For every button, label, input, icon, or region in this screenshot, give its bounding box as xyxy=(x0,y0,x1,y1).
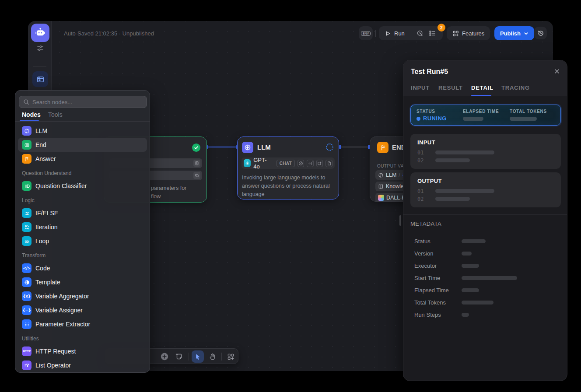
code-icon: </> xyxy=(22,263,32,273)
node-item-answer[interactable]: Answer xyxy=(18,152,147,166)
variable-assigner-icon: {=} xyxy=(22,305,32,315)
node-item-parameter-extractor[interactable]: Parameter Extractor xyxy=(18,317,147,331)
run-button[interactable]: Run xyxy=(379,30,405,37)
node-item-list-operator[interactable]: List Operator xyxy=(18,358,147,372)
output-title: OUTPUT xyxy=(417,178,442,184)
node-item-end[interactable]: End xyxy=(18,138,147,152)
add-note-button[interactable] xyxy=(173,350,185,363)
app-logo[interactable] xyxy=(31,24,49,42)
start-node-description: flow xyxy=(151,192,203,201)
skeleton-bar xyxy=(462,276,517,280)
node-item-label: Parameter Extractor xyxy=(35,321,90,328)
search-icon xyxy=(23,99,29,105)
window-icon xyxy=(36,75,45,84)
end-flag-icon xyxy=(377,142,388,153)
dalle-icon xyxy=(378,195,384,201)
node-item-label: Answer xyxy=(35,155,56,162)
node-item-http-request[interactable]: HTTP HTTP Request xyxy=(18,344,147,358)
llm-node-title: LLM xyxy=(257,144,271,151)
parameter-extractor-icon xyxy=(22,319,32,329)
variable-source: LLM xyxy=(386,172,396,178)
tab-tools[interactable]: Tools xyxy=(48,111,63,118)
tab-result[interactable]: RESULT xyxy=(438,84,463,91)
toolbar-divider xyxy=(189,353,189,360)
output-card: OUTPUT 01 02 xyxy=(410,172,561,207)
node-item-if-else[interactable]: IF/ELSE xyxy=(18,206,147,220)
close-icon[interactable] xyxy=(554,68,560,74)
skeleton-bar xyxy=(435,150,494,154)
tab-input[interactable]: INPUT xyxy=(411,84,430,91)
line-number: 02 xyxy=(417,196,424,202)
node-item-loop[interactable]: ∞ Loop xyxy=(18,234,147,248)
panel-resize-handle[interactable] xyxy=(399,215,401,226)
skeleton-bar xyxy=(462,288,479,292)
workflow-settings-icon[interactable] xyxy=(36,44,45,52)
env-variables-button[interactable]: ENV xyxy=(359,26,373,40)
node-item-llm[interactable]: LLM xyxy=(18,124,147,138)
add-node-button[interactable] xyxy=(158,350,171,363)
tab-nodes[interactable]: Nodes xyxy=(22,111,41,118)
skeleton-bar xyxy=(435,158,470,162)
llm-node[interactable]: LLM ✳ GPT-4o CHAT Invoking large languag… xyxy=(237,136,339,200)
meta-label: Elapsed Time xyxy=(414,287,449,294)
node-item-template[interactable]: Template xyxy=(18,275,147,289)
tabs-border xyxy=(15,121,150,122)
meta-label: Total Tokens xyxy=(414,299,446,306)
input-card: INPUT 01 02 xyxy=(410,134,561,169)
openai-icon: ✳ xyxy=(244,159,251,167)
tab-tracing[interactable]: TRACING xyxy=(501,84,530,91)
http-request-icon: HTTP xyxy=(22,346,32,356)
skeleton-bar xyxy=(510,117,537,121)
node-item-iteration[interactable]: Iteration xyxy=(18,220,147,234)
organize-nodes-button[interactable] xyxy=(224,350,237,363)
node-item-label: Template xyxy=(35,279,60,286)
node-item-code[interactable]: </> Code xyxy=(18,261,147,275)
test-run-panel: Test Run#5 INPUT RESULT DETAIL TRACING S… xyxy=(403,60,567,381)
question-classifier-icon xyxy=(22,181,32,191)
answer-icon xyxy=(22,154,32,164)
audio-capability-icon xyxy=(307,160,314,167)
sidebar-divider xyxy=(33,66,46,66)
node-group-title: Logic xyxy=(15,193,150,206)
publish-button[interactable]: Publish xyxy=(494,26,534,40)
success-check-icon xyxy=(192,144,200,152)
copy-icon[interactable] xyxy=(193,172,200,179)
checklist-icon[interactable] xyxy=(429,30,436,37)
play-icon xyxy=(385,31,391,36)
search-input[interactable] xyxy=(32,99,143,105)
hand-tool-button[interactable] xyxy=(206,350,218,363)
meta-label: Status xyxy=(414,238,430,245)
skeleton-bar xyxy=(435,189,494,193)
node-selector-panel: Nodes Tools LLM End Answer Question Unde… xyxy=(15,90,150,373)
node-item-label: Variable Assigner xyxy=(35,307,83,314)
node-item-label: Loop xyxy=(35,238,49,245)
chat-mode-badge: CHAT xyxy=(276,160,295,167)
features-button[interactable]: Features xyxy=(447,26,490,40)
skeleton-bar xyxy=(462,264,479,268)
document-icon[interactable] xyxy=(193,160,200,167)
status-card: STATUS ELAPSED TIME TOTAL TOKENS RUNING xyxy=(410,105,561,126)
input-title: INPUT xyxy=(417,139,435,146)
node-item-label: HTTP Request xyxy=(35,348,76,355)
skeleton-bar xyxy=(462,239,486,243)
node-item-label: LLM xyxy=(35,127,47,134)
preview-app-button[interactable] xyxy=(32,71,48,87)
node-group-title: Utilities xyxy=(15,331,150,344)
node-item-question-classifier[interactable]: Question Classifier xyxy=(18,179,147,193)
separator: / xyxy=(399,172,400,178)
robot-icon xyxy=(35,27,46,38)
node-item-variable-aggregator[interactable]: {x} Variable Aggregator xyxy=(18,289,147,303)
model-selector[interactable]: ✳ GPT-4o CHAT xyxy=(242,158,335,169)
pointer-tool-button[interactable] xyxy=(192,350,204,363)
line-number: 01 xyxy=(417,188,424,194)
tab-detail[interactable]: DETAIL xyxy=(471,84,494,91)
version-history-button[interactable] xyxy=(534,27,547,39)
line-number: 01 xyxy=(417,150,424,156)
llm-node-description: Invoking large language models to answer… xyxy=(242,174,335,199)
line-number: 02 xyxy=(417,158,424,164)
schedule-icon[interactable] xyxy=(416,30,424,37)
llm-icon xyxy=(242,142,253,153)
loop-icon: ∞ xyxy=(22,236,32,246)
node-item-variable-assigner[interactable]: {=} Variable Assigner xyxy=(18,303,147,317)
skeleton-bar xyxy=(462,313,469,317)
